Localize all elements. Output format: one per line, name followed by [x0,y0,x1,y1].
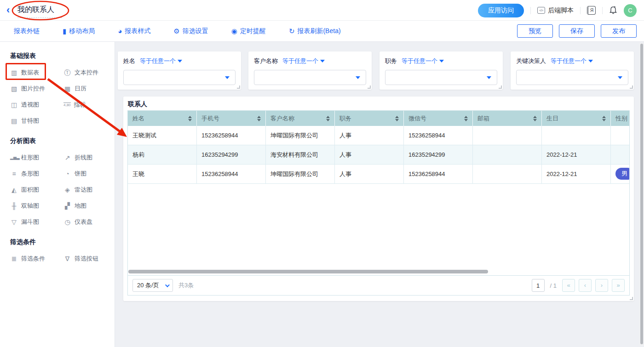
toolbar-item-external-link[interactable]: 报表外链 [14,27,40,35]
filter-widget-position[interactable]: 职务 等于任意一个 [380,51,503,90]
app-access-button[interactable]: 应用访问 [478,4,524,17]
sidebar-item-filter-condition[interactable]: ≣筛选条件 [10,255,63,263]
cell-phone: 16235294299 [197,145,266,164]
sidebar-item-calendar[interactable]: ▦日历 [63,85,115,93]
contacts-table-widget[interactable]: 联系人 姓名 手机号 客户名称 职务 微信号 邮箱 生日 性别 王晓测试 152… [123,97,634,301]
user-avatar[interactable]: C [624,4,637,17]
sidebar-item-map-chart[interactable]: ▞地图 [63,202,115,210]
toolbar-item-scheduled-reminder[interactable]: ◉ 定时提醒 [231,27,266,35]
column-label: 客户名称 [270,114,294,123]
sidebar-item-funnel-chart[interactable]: ▽漏斗图 [10,218,63,226]
table-row[interactable]: 王晓 15236258944 坤曜国际有限公司 人事 15236258944 2… [128,165,630,184]
horizontal-scrollbar[interactable] [128,270,488,273]
sort-icon[interactable] [326,116,330,121]
column-header-phone[interactable]: 手机号 [197,111,266,126]
resize-handle[interactable] [237,85,240,89]
column-header-customer[interactable]: 客户名称 [266,111,335,126]
last-page-button[interactable]: » [612,279,625,292]
item-label: 日历 [75,85,86,93]
item-label: 漏斗图 [21,218,39,226]
sidebar-item-text-widget[interactable]: Ⓣ文本控件 [63,68,115,77]
page-size-select[interactable]: 20 条/页 [132,279,173,292]
page-number-input[interactable] [532,279,545,292]
sort-icon[interactable] [395,116,399,121]
item-label: 指标 [74,101,86,109]
preview-button[interactable]: 预览 [517,24,553,38]
sort-icon[interactable] [464,116,468,121]
sidebar-item-pie-chart[interactable]: ◔饼图 [63,170,115,178]
sidebar-item-gantt-chart[interactable]: ▤甘特图 [10,117,63,125]
sidebar-item-dual-axis-chart[interactable]: ╫双轴图 [10,202,63,210]
item-label: 透视图 [21,101,39,109]
column-header-birthday[interactable]: 生日 [542,111,611,126]
filter-select[interactable] [516,70,628,85]
filter-select[interactable] [385,70,497,85]
cell-email [473,126,542,145]
column-label: 手机号 [201,114,219,123]
item-label: 双轴图 [21,202,39,210]
pivot-table-icon: ◫ [10,102,18,108]
filter-select[interactable] [123,70,236,85]
sidebar-item-bar-chart[interactable]: ≡条形图 [10,170,63,178]
save-button[interactable]: 保存 [559,24,595,38]
sidebar-item-column-chart[interactable]: ▂▅▃柱形图 [10,154,63,162]
cell-customer: 海安材料有限公司 [266,145,335,164]
filter-operator-dropdown[interactable]: 等于任意一个 [551,57,593,65]
image-widget-icon: ▧ [10,85,18,92]
sidebar-item-pivot-table[interactable]: ◫透视图 [10,101,63,109]
column-header-name[interactable]: 姓名 [128,111,197,126]
toolbar-item-report-refresh[interactable]: ↻ 报表刷新(Beta) [289,27,341,35]
sort-icon[interactable] [602,116,606,121]
publish-button[interactable]: 发布 [601,24,637,38]
sort-icon[interactable] [533,116,537,121]
pagination-bar: 20 条/页 共3条 / 1 « ‹ › » [128,275,629,295]
column-label: 生日 [546,114,558,123]
vertical-scrollbar[interactable] [639,43,644,346]
filter-operator-dropdown[interactable]: 等于任意一个 [402,57,444,65]
sidebar-item-data-table[interactable]: ▥数据表 [10,68,63,77]
toolbar-item-filter-settings[interactable]: ⚙ 筛选设置 [173,27,208,35]
resize-handle[interactable] [499,85,502,89]
sidebar-item-filter-button[interactable]: ∇筛选按钮 [63,255,115,263]
notification-bell-icon[interactable] [609,6,617,15]
filter-label: 姓名 [123,57,135,65]
first-page-button[interactable]: « [562,279,575,292]
scrollbar-thumb[interactable] [640,44,643,344]
map-chart-icon: ▞ [63,203,71,209]
sidebar-item-area-chart[interactable]: ◭面积图 [10,186,63,194]
column-header-wechat[interactable]: 微信号 [404,111,473,126]
backend-script-button[interactable]: </> 后端脚本 [537,6,574,15]
sidebar-item-line-chart[interactable]: ↗折线图 [63,154,115,162]
item-label: 折线图 [75,154,92,162]
sidebar-item-indicator[interactable]: 4,80指标 [63,101,115,109]
sidebar-item-gauge-chart[interactable]: ◷仪表盘 [63,218,115,226]
filter-operator-dropdown[interactable]: 等于任意一个 [140,57,182,65]
column-header-position[interactable]: 职务 [335,111,404,126]
prev-page-button[interactable]: ‹ [579,279,592,292]
next-page-button[interactable]: › [595,279,608,292]
filter-select[interactable] [254,70,366,85]
resize-handle[interactable] [368,85,371,89]
address-book-icon[interactable]: Я [587,6,596,15]
page-title[interactable]: 我的联系人 [17,5,54,15]
filter-widget-customer[interactable]: 客户名称 等于任意一个 [248,51,372,90]
column-header-email[interactable]: 邮箱 [473,111,542,126]
section-filter-conditions: ≣筛选条件 ∇筛选按钮 [10,255,115,263]
back-icon[interactable]: ‹ [6,4,10,16]
table-row[interactable]: 王晓测试 15236258944 坤曜国际有限公司 人事 15236258944 [128,126,630,145]
resize-handle[interactable] [630,85,633,89]
sidebar-item-radar-chart[interactable]: ◈雷达图 [63,186,115,194]
column-header-gender[interactable]: 性别 [611,111,630,126]
filter-widget-key-decision-maker[interactable]: 关键决策人 等于任意一个 [511,51,634,90]
sort-icon[interactable] [188,116,192,121]
section-basic-reports: ▥数据表 Ⓣ文本控件 ▧图片控件 ▦日历 ◫透视图 4,80指标 ▤甘特图 [10,68,115,125]
sort-icon[interactable] [257,116,261,121]
table-row[interactable]: 杨莉 16235294299 海安材料有限公司 人事 16235294299 2… [128,145,630,165]
toolbar-item-label: 定时提醒 [240,27,266,35]
filter-operator-dropdown[interactable]: 等于任意一个 [282,57,325,65]
toolbar-item-mobile-layout[interactable]: ▮ 移动布局 [63,27,95,35]
sidebar-item-image-widget[interactable]: ▧图片控件 [10,85,63,93]
resize-handle[interactable] [630,297,633,300]
filter-widget-name[interactable]: 姓名 等于任意一个 [118,51,241,90]
toolbar-item-report-style[interactable]: ◕ 报表样式 [118,27,150,35]
